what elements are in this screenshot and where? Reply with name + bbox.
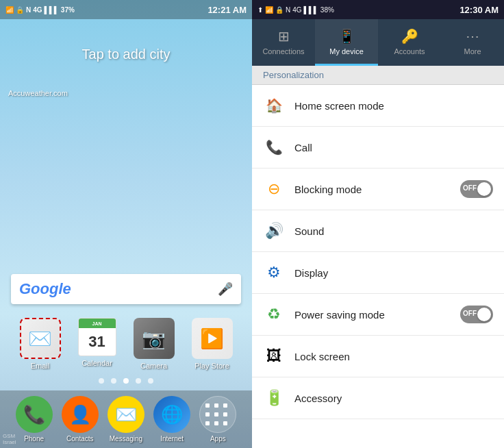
blocking-mode-icon: ⊖ — [263, 178, 285, 200]
power-saving-label: Power saving mode — [294, 309, 451, 321]
camera-label: Camera — [140, 362, 167, 370]
section-header: Personalization — [252, 66, 504, 85]
settings-tabs: ⊞ Connections 📱 My device 🔑 Accounts ⋯ M… — [252, 19, 504, 66]
status-icons-right: ⬆ 📶 🔒 N 4G ▌▌▌ 38% — [257, 6, 334, 14]
page-dots — [0, 378, 252, 384]
contacts-dock-label: Contacts — [66, 435, 93, 443]
display-label: Display — [294, 267, 493, 279]
accessory-icon: 🔋 — [263, 387, 285, 409]
wifi-icon: 📶 — [5, 6, 14, 14]
toggle-knob — [477, 182, 491, 196]
sound-label: Sound — [294, 225, 493, 237]
internet-icon-img: 🌐 — [153, 396, 190, 433]
bottom-dock: 📞 Phone 👤 Contacts ✉️ Messaging 🌐 Intern… — [0, 390, 252, 448]
signal-icon: 🔒 — [16, 6, 24, 14]
more-tab-label: More — [464, 47, 481, 55]
battery-left: 37% — [61, 6, 75, 14]
internet-dock-icon[interactable]: 🌐 Internet — [153, 396, 190, 443]
calendar-icon-img: JAN 31 — [78, 318, 116, 356]
dot-5[interactable] — [148, 378, 153, 384]
status-bar-right: ⬆ 📶 🔒 N 4G ▌▌▌ 38% 12:30 AM — [252, 0, 504, 19]
dot-3[interactable] — [123, 378, 129, 384]
usb-icon: ⬆ — [257, 6, 263, 14]
phone-icon-img: 📞 — [16, 396, 53, 433]
camera-icon-img: 📷 — [134, 318, 175, 359]
messaging-dock-icon[interactable]: ✉️ Messaging — [108, 396, 144, 443]
status-bar-left: 📶 🔒 N 4G ▌▌▌ 37% 12:21 AM — [0, 0, 252, 19]
tab-connections[interactable]: ⊞ Connections — [252, 19, 315, 66]
internet-dock-label: Internet — [160, 435, 184, 443]
power-saving-icon: ♻ — [263, 303, 285, 325]
weather-section: Tap to add city — [0, 19, 252, 274]
phone-dock-icon[interactable]: 📞 Phone — [16, 396, 53, 443]
power-toggle-off-label: OFF — [463, 310, 477, 317]
signal-bars-icon: ▌▌▌ — [45, 6, 59, 14]
wifi-icon-right: 📶 — [265, 6, 273, 14]
more-tab-icon: ⋯ — [466, 28, 479, 45]
contacts-dock-icon[interactable]: 👤 Contacts — [62, 396, 99, 443]
calendar-label: Calendar — [81, 359, 112, 367]
home-screen-icon: 🏠 — [263, 95, 285, 116]
playstore-icon-img: ▶️ — [192, 318, 233, 359]
apps-dock-icon[interactable]: Apps — [199, 396, 236, 443]
camera-app-icon[interactable]: 📷 Camera — [134, 318, 175, 370]
sound-icon: 🔊 — [263, 220, 285, 242]
tab-my-device[interactable]: 📱 My device — [315, 19, 378, 66]
dot-1[interactable] — [99, 378, 104, 384]
setting-display[interactable]: ⚙ Display — [252, 252, 504, 294]
tab-more[interactable]: ⋯ More — [441, 19, 504, 66]
lock-icon-right: 🔒 — [275, 6, 284, 14]
lock-screen-icon: 🖼 — [263, 345, 285, 367]
connections-tab-icon: ⊞ — [278, 28, 290, 45]
network-icon: 4G — [33, 6, 42, 14]
call-label: Call — [294, 142, 493, 153]
setting-sound[interactable]: 🔊 Sound — [252, 210, 504, 252]
accounts-tab-icon: 🔑 — [401, 28, 418, 45]
status-icons-left: 📶 🔒 N 4G ▌▌▌ 37% — [5, 6, 75, 14]
blocking-mode-toggle[interactable]: OFF — [460, 180, 493, 198]
time-right: 12:30 AM — [459, 5, 499, 15]
nfc-icon: N — [26, 6, 31, 14]
tab-accounts[interactable]: 🔑 Accounts — [378, 19, 441, 66]
setting-home-screen[interactable]: 🏠 Home screen mode — [252, 85, 504, 127]
settings-list: 🏠 Home screen mode 📞 Call ⊖ Blocking mod… — [252, 85, 504, 448]
app-icons-row: ✉️ Email JAN 31 Calendar 📷 Camera ▶️ Pla… — [0, 318, 252, 370]
home-screen-label: Home screen mode — [294, 100, 493, 112]
left-panel: 📶 🔒 N 4G ▌▌▌ 37% 12:21 AM Tap to add cit… — [0, 0, 252, 448]
email-app-icon[interactable]: ✉️ Email — [20, 318, 61, 370]
my-device-tab-icon: 📱 — [338, 28, 355, 45]
setting-blocking-mode[interactable]: ⊖ Blocking mode OFF — [252, 169, 504, 210]
display-icon: ⚙ — [263, 262, 285, 284]
setting-accessory[interactable]: 🔋 Accessory — [252, 377, 504, 419]
connections-tab-label: Connections — [262, 47, 304, 55]
network-4g-right: 4G — [292, 6, 301, 14]
accuweather-label: Accuweather.com — [8, 89, 68, 97]
tap-to-add-city[interactable]: Tap to add city — [82, 47, 171, 62]
right-panel: ⬆ 📶 🔒 N 4G ▌▌▌ 38% 12:30 AM ⊞ Connection… — [252, 0, 504, 448]
setting-power-saving[interactable]: ♻ Power saving mode OFF — [252, 294, 504, 336]
google-search-bar[interactable]: Google 🎤 — [11, 274, 241, 304]
calendar-app-icon[interactable]: JAN 31 Calendar — [78, 318, 116, 370]
playstore-label: Play Store — [194, 362, 229, 370]
accounts-tab-label: Accounts — [394, 47, 425, 55]
mic-icon[interactable]: 🎤 — [218, 282, 233, 297]
messaging-dock-label: Messaging — [110, 435, 142, 443]
phone-dock-label: Phone — [24, 435, 44, 443]
setting-lock-screen[interactable]: 🖼 Lock screen — [252, 336, 504, 377]
power-saving-toggle[interactable]: OFF — [460, 306, 493, 323]
toggle-off-label: OFF — [463, 184, 477, 192]
lock-screen-label: Lock screen — [294, 351, 493, 362]
watermark-left: GSMIsrael — [3, 433, 16, 445]
dot-2[interactable] — [111, 378, 116, 384]
nfc-icon-right: N — [286, 6, 290, 14]
my-device-tab-label: My device — [329, 47, 364, 55]
apps-dock-label: Apps — [210, 435, 226, 443]
email-label: Email — [31, 362, 50, 370]
call-icon: 📞 — [263, 136, 285, 158]
time-left: 12:21 AM — [207, 5, 247, 15]
playstore-app-icon[interactable]: ▶️ Play Store — [192, 318, 233, 370]
email-icon-img: ✉️ — [20, 318, 61, 359]
contacts-icon-img: 👤 — [62, 396, 99, 433]
setting-call[interactable]: 📞 Call — [252, 127, 504, 169]
dot-4[interactable] — [136, 378, 141, 384]
